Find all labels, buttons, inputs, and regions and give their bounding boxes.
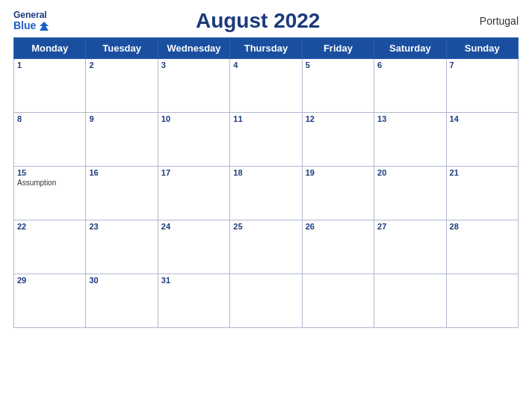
- day-number: 9: [89, 114, 154, 123]
- weekday-tuesday: Tuesday: [86, 38, 158, 59]
- calendar-day-cell: 21: [446, 167, 518, 220]
- day-number: 29: [17, 276, 82, 285]
- weekday-friday: Friday: [302, 38, 374, 59]
- day-number: 14: [450, 114, 515, 123]
- calendar-day-cell: [302, 274, 374, 328]
- calendar-day-cell: 20: [374, 167, 446, 220]
- holiday-label: Assumption: [17, 179, 82, 187]
- day-number: 21: [450, 168, 515, 177]
- day-number: 25: [233, 222, 298, 231]
- day-number: 26: [306, 222, 371, 231]
- day-number: 6: [377, 61, 442, 69]
- calendar-week-row: 1234567: [14, 59, 519, 113]
- day-number: 4: [233, 61, 298, 69]
- calendar-day-cell: 4: [230, 59, 302, 113]
- weekday-wednesday: Wednesday: [158, 38, 229, 59]
- calendar-day-cell: 16: [86, 167, 158, 220]
- calendar-day-cell: 17: [158, 167, 229, 220]
- calendar-day-cell: 12: [302, 113, 374, 167]
- calendar-day-cell: 1: [14, 59, 86, 113]
- day-number: 23: [89, 222, 154, 231]
- day-number: 10: [161, 114, 226, 123]
- calendar-day-cell: 23: [86, 220, 158, 274]
- calendar-day-cell: 10: [158, 113, 229, 167]
- day-number: 22: [17, 222, 82, 231]
- calendar-day-cell: 15Assumption: [14, 167, 86, 220]
- calendar-table: Monday Tuesday Wednesday Thursday Friday…: [13, 37, 519, 328]
- calendar-title: August 2022: [49, 9, 466, 33]
- calendar-header: General Blue August 2022 Portugal: [13, 7, 519, 34]
- day-number: 7: [450, 61, 515, 69]
- logo-general: General: [13, 10, 49, 20]
- calendar-day-cell: 8: [14, 113, 86, 167]
- calendar-day-cell: 13: [374, 113, 446, 167]
- svg-marker-0: [40, 22, 49, 31]
- day-number: 3: [161, 61, 226, 69]
- calendar-week-row: 293031: [14, 274, 519, 328]
- day-number: 15: [17, 168, 82, 177]
- day-number: 12: [306, 114, 371, 123]
- day-number: 1: [17, 61, 82, 69]
- calendar-day-cell: 9: [86, 113, 158, 167]
- logo-area: General Blue: [13, 10, 49, 32]
- calendar-day-cell: [230, 274, 302, 328]
- logo-text: General Blue: [13, 10, 49, 32]
- day-number: 2: [89, 61, 154, 69]
- weekday-saturday: Saturday: [374, 38, 446, 59]
- calendar-day-cell: 6: [374, 59, 446, 113]
- day-number: 11: [233, 114, 298, 123]
- weekday-sunday: Sunday: [446, 38, 518, 59]
- weekday-header-row: Monday Tuesday Wednesday Thursday Friday…: [14, 38, 519, 59]
- calendar-day-cell: 27: [374, 220, 446, 274]
- day-number: 20: [377, 168, 442, 177]
- calendar-day-cell: 11: [230, 113, 302, 167]
- calendar-week-row: 22232425262728: [14, 220, 519, 274]
- weekday-monday: Monday: [14, 38, 86, 59]
- day-number: 13: [377, 114, 442, 123]
- day-number: 8: [17, 114, 82, 123]
- calendar-day-cell: 28: [446, 220, 518, 274]
- day-number: 19: [306, 168, 371, 177]
- day-number: 27: [377, 222, 442, 231]
- calendar-day-cell: [374, 274, 446, 328]
- calendar-day-cell: 25: [230, 220, 302, 274]
- country-label: Portugal: [466, 15, 519, 27]
- calendar-day-cell: 3: [158, 59, 229, 113]
- day-number: 30: [89, 276, 154, 285]
- weekday-thursday: Thursday: [230, 38, 302, 59]
- day-number: 31: [161, 276, 226, 285]
- calendar-day-cell: 24: [158, 220, 229, 274]
- day-number: 28: [450, 222, 515, 231]
- day-number: 17: [161, 168, 226, 177]
- calendar-day-cell: 31: [158, 274, 229, 328]
- calendar-day-cell: 7: [446, 59, 518, 113]
- calendar-day-cell: 26: [302, 220, 374, 274]
- calendar-week-row: 15Assumption161718192021: [14, 167, 519, 220]
- calendar-day-cell: 18: [230, 167, 302, 220]
- calendar-day-cell: 2: [86, 59, 158, 113]
- calendar-day-cell: 14: [446, 113, 518, 167]
- day-number: 18: [233, 168, 298, 177]
- day-number: 16: [89, 168, 154, 177]
- calendar-day-cell: [446, 274, 518, 328]
- calendar-day-cell: 30: [86, 274, 158, 328]
- calendar-day-cell: 29: [14, 274, 86, 328]
- calendar-day-cell: 19: [302, 167, 374, 220]
- day-number: 5: [306, 61, 371, 69]
- calendar-week-row: 891011121314: [14, 113, 519, 167]
- logo-blue: Blue: [13, 20, 36, 31]
- day-number: 24: [161, 222, 226, 231]
- calendar-day-cell: 22: [14, 220, 86, 274]
- calendar-day-cell: 5: [302, 59, 374, 113]
